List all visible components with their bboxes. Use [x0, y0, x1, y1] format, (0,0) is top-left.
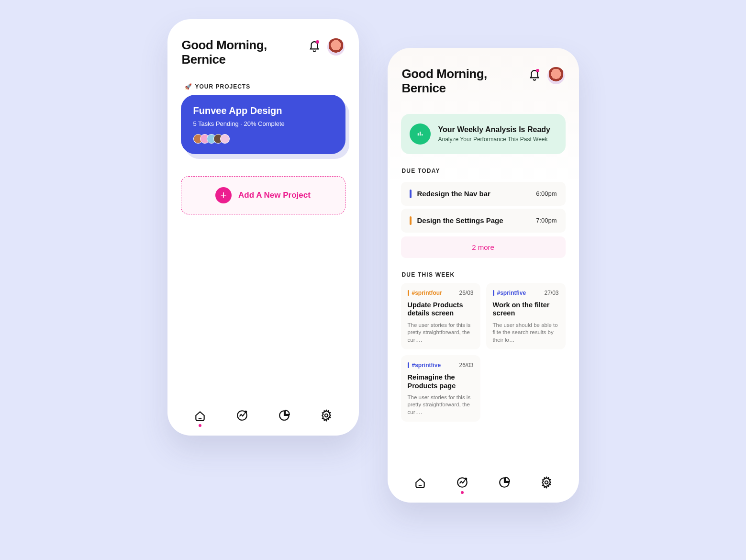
card-date: 27/03	[544, 290, 558, 296]
show-more-button[interactable]: 2 more	[401, 236, 566, 258]
avatar[interactable]	[547, 67, 565, 84]
gear-icon	[320, 409, 333, 422]
card-desc: The user stories for this is pretty stra…	[408, 394, 474, 416]
sprint-indicator	[493, 290, 494, 296]
add-project-button[interactable]: + Add A New Project	[181, 176, 345, 214]
home-icon	[194, 409, 206, 422]
header: Good Morning, Bernice	[388, 48, 579, 105]
svg-point-2	[324, 414, 328, 417]
card-desc: The user stories for this is pretty stra…	[408, 322, 474, 344]
project-title: Funvee App Design	[193, 105, 333, 116]
project-members	[193, 134, 333, 144]
active-indicator	[461, 491, 464, 494]
week-card[interactable]: #sprintfive 27/03 Work on the filter scr…	[486, 283, 566, 349]
sprint-indicator	[408, 362, 409, 368]
chart-icon	[410, 123, 431, 145]
projects-screen: Good Morning, Bernice 🚀 YOUR PROJECTS Fu…	[167, 19, 359, 436]
pie-icon	[498, 476, 511, 489]
analysis-title: Your Weekly Analysis Is Ready	[438, 125, 550, 134]
greeting-line1: Good Morning,	[182, 38, 267, 53]
projects-section-label: 🚀 YOUR PROJECTS	[167, 77, 359, 95]
home-icon	[414, 476, 426, 489]
svg-point-4	[465, 478, 466, 480]
project-card[interactable]: Funvee App Design 5 Tasks Pending · 20% …	[181, 95, 345, 154]
greeting: Good Morning, Bernice	[182, 38, 267, 67]
nav-analytics[interactable]	[278, 409, 291, 422]
bottom-nav	[388, 468, 579, 503]
priority-indicator	[410, 190, 412, 198]
avatar[interactable]	[327, 38, 345, 56]
activity-icon	[236, 409, 248, 422]
nav-activity[interactable]	[235, 409, 249, 422]
week-card[interactable]: #sprintfour 26/03 Update Products detail…	[401, 283, 480, 349]
nav-home[interactable]	[193, 409, 207, 422]
card-title: Reimagine the Products page	[408, 373, 474, 390]
nav-activity[interactable]	[456, 476, 469, 489]
nav-settings[interactable]	[540, 476, 553, 489]
task-title: Redesign the Nav bar	[417, 190, 531, 198]
notification-dot	[536, 69, 539, 72]
task-title: Design the Settings Page	[417, 216, 531, 224]
week-card[interactable]: #sprintfive 26/03 Reimagine the Products…	[401, 355, 480, 422]
active-indicator	[199, 424, 201, 427]
card-date: 26/03	[459, 290, 473, 296]
due-today-label: DUE TODAY	[388, 154, 579, 179]
bottom-nav	[167, 401, 359, 436]
analysis-subtitle: Analyze Your Performance This Past Week	[438, 136, 550, 143]
member-avatar	[220, 134, 230, 144]
project-meta: 5 Tasks Pending · 20% Complete	[193, 120, 333, 127]
card-desc: The user should be able to filte the sea…	[493, 322, 559, 344]
greeting-line2: Bernice	[182, 53, 267, 67]
header-actions	[308, 38, 345, 56]
week-grid: #sprintfour 26/03 Update Products detail…	[388, 283, 579, 422]
notification-dot	[316, 40, 319, 44]
greeting-line1: Good Morning,	[402, 67, 487, 81]
activity-icon	[456, 476, 468, 489]
sprint-tag: #sprintfive	[412, 362, 441, 369]
greeting: Good Morning, Bernice	[402, 67, 487, 96]
analysis-text: Your Weekly Analysis Is Ready Analyze Yo…	[438, 125, 550, 143]
rocket-icon: 🚀	[185, 83, 192, 90]
nav-home[interactable]	[413, 476, 427, 489]
pie-icon	[278, 409, 290, 422]
svg-point-1	[245, 411, 246, 413]
task-row[interactable]: Design the Settings Page 7:00pm	[401, 209, 566, 233]
card-title: Update Products details screen	[408, 301, 474, 318]
due-week-label: DUE THIS WEEK	[388, 258, 579, 283]
sprint-indicator	[408, 290, 409, 296]
svg-point-5	[545, 481, 548, 484]
dashboard-screen: Good Morning, Bernice Your Weekly Analys…	[388, 48, 579, 503]
sprint-tag: #sprintfive	[497, 290, 526, 296]
gear-icon	[540, 476, 553, 489]
header-actions	[528, 67, 565, 84]
card-title: Work on the filter screen	[493, 301, 559, 318]
notifications-button[interactable]	[528, 69, 541, 82]
weekly-analysis-card[interactable]: Your Weekly Analysis Is Ready Analyze Yo…	[401, 114, 566, 154]
nav-settings[interactable]	[320, 409, 333, 422]
nav-analytics[interactable]	[498, 476, 511, 489]
priority-indicator	[410, 216, 412, 225]
task-row[interactable]: Redesign the Nav bar 6:00pm	[401, 182, 566, 206]
card-date: 26/03	[459, 362, 473, 369]
task-time: 7:00pm	[536, 217, 557, 224]
header: Good Morning, Bernice	[167, 19, 359, 77]
plus-icon: +	[215, 187, 232, 203]
notifications-button[interactable]	[308, 41, 321, 53]
sprint-tag: #sprintfour	[412, 290, 442, 296]
greeting-line2: Bernice	[402, 81, 487, 96]
task-time: 6:00pm	[536, 190, 557, 197]
add-project-label: Add A New Project	[238, 190, 311, 200]
